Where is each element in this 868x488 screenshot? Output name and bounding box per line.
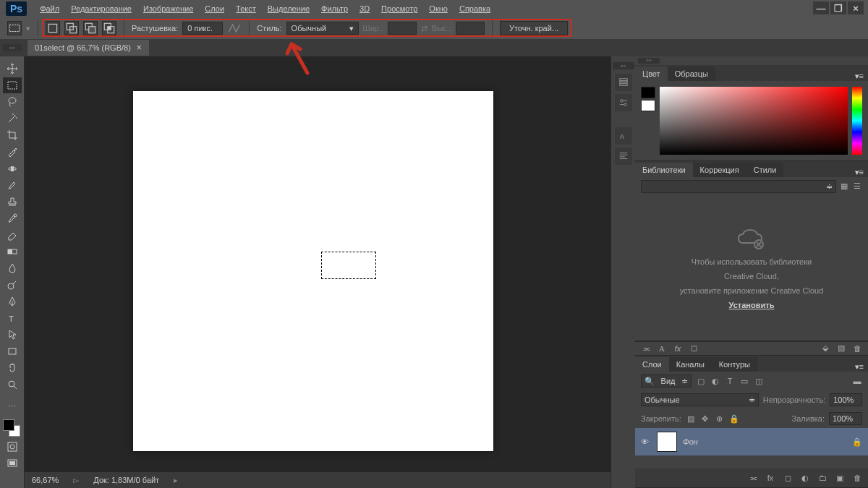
layer-thumbnail[interactable] (657, 432, 677, 452)
link-layers-icon[interactable]: ⫘ (641, 343, 651, 354)
refine-edge-button[interactable]: Уточн. край... (500, 21, 568, 35)
subtract-selection-icon[interactable] (83, 21, 98, 35)
library-select[interactable]: ≑ (641, 180, 836, 193)
intersect-selection-icon[interactable] (102, 21, 116, 35)
hand-tool[interactable] (3, 360, 22, 376)
tab-adjustments[interactable]: Коррекция (693, 163, 746, 177)
lock-all-icon[interactable]: 🔒 (729, 414, 739, 424)
panels-collapse-grip[interactable]: »» (638, 58, 660, 64)
layers-panel-menu-icon[interactable]: ▾≡ (851, 362, 868, 372)
healing-brush-tool[interactable] (3, 160, 22, 176)
menu-text[interactable]: Текст (230, 1, 262, 16)
tab-paths[interactable]: Контуры (712, 357, 757, 372)
text-style-icon[interactable]: A (657, 343, 667, 354)
zoom-level[interactable]: 66,67% (32, 476, 59, 484)
blur-tool[interactable] (3, 260, 22, 276)
layer-filter-select[interactable]: 🔍Вид≑ (641, 374, 692, 388)
shape-tool[interactable] (3, 343, 22, 359)
doc-size[interactable]: Док: 1,83M/0 байт (93, 476, 159, 484)
add-selection-icon[interactable] (64, 21, 79, 35)
menu-image[interactable]: Изображение (137, 1, 199, 16)
history-brush-tool[interactable] (3, 210, 22, 226)
menu-file[interactable]: Файл (34, 1, 65, 16)
opacity-input[interactable]: 100% (830, 393, 862, 406)
filter-type-icon[interactable]: T (725, 376, 735, 386)
status-arrow-icon[interactable]: ▻ (73, 476, 79, 485)
new-selection-icon[interactable] (46, 21, 60, 35)
edit-toolbar-icon[interactable]: ⋯ (3, 398, 22, 414)
menu-view[interactable]: Просмотр (375, 1, 423, 16)
layer-mask-icon[interactable]: ◻ (783, 473, 793, 483)
menu-help[interactable]: Справка (454, 1, 496, 16)
color-swatches[interactable] (3, 419, 22, 438)
layer-fx-icon[interactable]: fx (765, 473, 775, 483)
status-chevron-icon[interactable]: ▸ (174, 476, 178, 485)
foreground-color-swatch[interactable] (3, 419, 14, 431)
feather-input[interactable] (182, 22, 223, 35)
menu-3d[interactable]: 3D (354, 1, 375, 16)
character-panel-icon[interactable]: A (615, 127, 632, 145)
menu-window[interactable]: Окно (423, 1, 454, 16)
tab-styles[interactable]: Стили (746, 163, 784, 177)
path-selection-tool[interactable] (3, 327, 22, 343)
minimize-button[interactable]: — (813, 1, 829, 14)
canvas-area[interactable]: 66,67% ▻ Док: 1,83M/0 байт ▸ (25, 56, 610, 488)
lock-position-icon[interactable]: ✥ (700, 414, 710, 424)
layer-row-background[interactable]: 👁 Фон 🔒 (635, 428, 868, 455)
mask-icon[interactable]: ◻ (689, 343, 699, 354)
quick-mask-icon[interactable] (3, 439, 22, 455)
fill-input[interactable]: 100% (829, 412, 862, 425)
blend-mode-select[interactable]: Обычные≑ (641, 393, 759, 406)
menu-edit[interactable]: Редактирование (65, 1, 137, 16)
fx-icon[interactable]: fx (673, 343, 683, 354)
dodge-tool[interactable] (3, 277, 22, 293)
screen-mode-icon[interactable] (3, 455, 22, 471)
magic-wand-tool[interactable] (3, 111, 22, 127)
filter-image-icon[interactable]: ▢ (696, 376, 706, 386)
antialias-icon[interactable] (227, 21, 242, 35)
style-select[interactable]: Обычный▾ (286, 22, 359, 35)
tab-libraries[interactable]: Библиотеки (635, 163, 693, 177)
link-icon[interactable]: ⫘ (748, 473, 758, 483)
layer-visibility-icon[interactable]: 👁 (641, 437, 651, 446)
color-field[interactable] (660, 87, 848, 155)
color-panel-menu-icon[interactable]: ▾≡ (851, 72, 868, 81)
maximize-button[interactable]: ❐ (830, 1, 846, 14)
document-canvas[interactable] (133, 91, 493, 451)
close-button[interactable]: × (848, 1, 864, 14)
lib-panel-menu-icon[interactable]: ▾≡ (851, 168, 868, 177)
lock-pixels-icon[interactable]: ▨ (686, 414, 696, 424)
install-cc-link[interactable]: Установить (729, 301, 775, 309)
adjustment-layer-icon[interactable]: ◐ (800, 473, 810, 483)
new-item-icon[interactable]: ▧ (836, 343, 846, 354)
trash-icon[interactable]: 🗑 (852, 343, 862, 354)
lasso-tool[interactable] (3, 94, 22, 110)
filter-smart-icon[interactable]: ◫ (754, 376, 764, 386)
marquee-tool[interactable] (3, 77, 22, 93)
menu-layers[interactable]: Слои (199, 1, 230, 16)
layer-name[interactable]: Фон (683, 437, 698, 446)
filter-adjust-icon[interactable]: ◐ (710, 376, 720, 386)
brush-tool[interactable] (3, 177, 22, 193)
lib-list-view-icon[interactable]: ☰ (852, 181, 862, 192)
lib-grid-view-icon[interactable]: ▦ (839, 181, 849, 192)
history-panel-icon[interactable] (615, 74, 632, 91)
gradient-tool[interactable] (3, 244, 22, 260)
current-tool-icon[interactable] (7, 21, 22, 35)
group-icon[interactable]: 🗀 (817, 473, 827, 483)
color-fg-swatch[interactable] (641, 87, 655, 98)
type-tool[interactable]: T (3, 310, 22, 326)
crop-tool[interactable] (3, 127, 22, 143)
tab-channels[interactable]: Каналы (669, 357, 712, 372)
document-tab-close-icon[interactable]: × (137, 43, 142, 53)
dock-collapse-grip[interactable]: «« (613, 62, 634, 69)
hue-slider[interactable] (852, 87, 862, 155)
zoom-tool[interactable] (3, 377, 22, 393)
tab-layers[interactable]: Слои (635, 357, 669, 372)
paragraph-panel-icon[interactable] (615, 147, 632, 165)
lock-artboard-icon[interactable]: ⊕ (715, 414, 725, 424)
filter-toggle-icon[interactable]: ▬ (852, 376, 862, 386)
menu-select[interactable]: Выделение (262, 1, 315, 16)
tab-swatches[interactable]: Образцы (668, 67, 715, 81)
toolbox-collapse-grip[interactable]: «« (3, 44, 22, 51)
